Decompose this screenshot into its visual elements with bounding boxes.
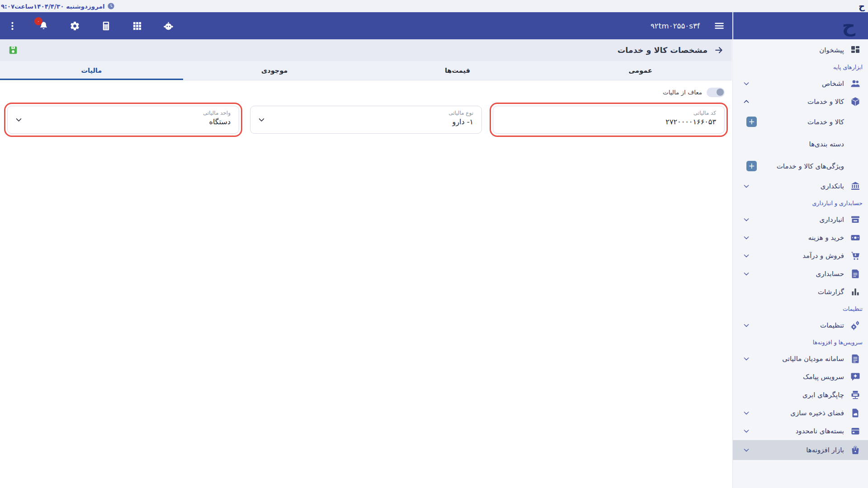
store-icon <box>850 214 861 225</box>
chevron-down-icon <box>743 270 750 277</box>
tab-bar: عمومی قیمت‌ها موجودی مالیات <box>0 61 732 80</box>
sidebar-section-settings: تنظیمات <box>733 301 868 316</box>
toggle-knob <box>717 89 724 96</box>
sidebar-item-cloud-printers[interactable]: چاپگرهای ابری <box>733 386 868 404</box>
sidebar-item-label: کالا و خدمات <box>807 98 844 106</box>
tab-prices[interactable]: قیمت‌ها <box>366 61 549 80</box>
chevron-down-icon[interactable] <box>258 116 265 124</box>
header-right-group: ۹۲tm۰۲۵۵۰s۳f <box>651 20 732 32</box>
sidebar-item-label: بانکداری <box>821 182 844 190</box>
sidebar-item-label: دسته بندی‌ها <box>809 140 844 148</box>
brand-logo: ح <box>842 17 855 35</box>
tax-type-label: نوع مالیاتی <box>259 110 473 116</box>
tax-type-value: ۱- دارو <box>259 117 473 126</box>
sidebar-item-label: چاپگرهای ابری <box>802 391 844 399</box>
bank-icon <box>850 181 861 192</box>
tab-tax[interactable]: مالیات <box>0 61 183 80</box>
brand-logo-small: ح <box>859 2 868 10</box>
tax-unit-value: دستگاه <box>16 117 231 126</box>
kebab-menu-icon[interactable] <box>7 21 18 31</box>
add-attribute-button[interactable]: + <box>746 161 757 171</box>
tab-general[interactable]: عمومی <box>549 61 732 80</box>
ledger-icon <box>850 268 861 279</box>
page-title: مشخصات کالا و خدمات <box>618 46 708 55</box>
sidebar-item-label: بازار افزونه‌ها <box>806 446 844 454</box>
sidebar-item-sms-service[interactable]: سرویس پیامک <box>733 368 868 386</box>
sidebar-item-people[interactable]: اشخاص <box>733 75 868 93</box>
sidebar-item-warehousing[interactable]: انبارداری <box>733 211 868 229</box>
sidebar-subitem-product-attributes[interactable]: ویژگی‌های کالا و خدمات + <box>733 155 868 177</box>
sidebar-nav: پیشخوان ابزارهای پایه اشخاص کالا و خدمات… <box>732 39 868 488</box>
chevron-down-icon <box>743 252 750 259</box>
tax-exempt-label: معاف از مالیات <box>663 89 702 96</box>
chart-icon <box>850 286 861 297</box>
main-panel: مشخصات کالا و خدمات عمومی قیمت‌ها موجودی… <box>0 39 732 488</box>
printer-icon <box>850 389 861 400</box>
back-arrow-icon[interactable] <box>714 45 724 55</box>
gear-icon[interactable] <box>70 21 80 31</box>
sidebar-item-label: پیشخوان <box>819 46 844 54</box>
sidebar-item-goods-services[interactable]: کالا و خدمات <box>733 93 868 111</box>
chevron-down-icon <box>743 446 750 454</box>
purchase-icon <box>850 232 861 243</box>
tax-unit-label: واحد مالیاتی <box>16 110 231 116</box>
sidebar-item-label: فروش و درآمد <box>802 252 844 260</box>
chevron-down-icon <box>743 80 750 87</box>
chevron-down-icon <box>743 409 750 417</box>
calculator-icon[interactable] <box>101 21 111 31</box>
tab-inventory[interactable]: موجودی <box>183 61 366 80</box>
sidebar-item-label: خرید و هزینه <box>808 234 844 242</box>
save-icon[interactable] <box>8 45 18 55</box>
clock-icon <box>107 2 115 10</box>
dashboard-icon <box>850 45 861 56</box>
page-title-bar: مشخصات کالا و خدمات <box>0 39 732 61</box>
chevron-down-icon <box>743 183 750 190</box>
sidebar-item-sales-income[interactable]: فروش و درآمد <box>733 247 868 265</box>
sidebar-item-label: سرویس پیامک <box>803 373 844 381</box>
sidebar-item-label: گزارشات <box>818 288 844 296</box>
gears-icon <box>850 320 861 331</box>
sidebar-item-tax-payer-system[interactable]: سامانه مودیان مالیاتی <box>733 350 868 368</box>
cart-icon <box>850 250 861 261</box>
sidebar-subitem-categories[interactable]: دسته بندی‌ها <box>733 133 868 155</box>
sidebar-item-banking[interactable]: بانکداری <box>733 177 868 195</box>
device-code: ۹۲tm۰۲۵۵۰s۳f <box>651 22 700 30</box>
market-bag-icon <box>850 445 861 455</box>
sidebar-item-reports[interactable]: گزارشات <box>733 283 868 301</box>
sidebar-subitem-goods-services[interactable]: کالا و خدمات + <box>733 111 868 133</box>
chevron-up-icon <box>743 98 750 105</box>
sidebar-item-addons-market[interactable]: بازار افزونه‌ها <box>733 440 868 460</box>
tax-unit-field[interactable]: واحد مالیاتی دستگاه <box>7 106 239 134</box>
add-goods-button[interactable]: + <box>746 117 757 127</box>
sidebar-item-label: اشخاص <box>822 80 844 88</box>
sidebar-item-storage-space[interactable]: فضای ذخیره سازی <box>733 404 868 422</box>
tax-code-value: ۲۷۲۰۰۰۰۱۶۶۰۵۳ <box>501 117 716 126</box>
hamburger-icon[interactable] <box>713 20 725 32</box>
top-strip: امروزدوشنبه ۱۴۰۴/۴/۳۰ساعت۹:۰۷ ح <box>0 0 868 12</box>
sidebar-item-accounting[interactable]: حسابداری <box>733 265 868 283</box>
sidebar-item-purchase-expense[interactable]: خرید و هزینه <box>733 229 868 247</box>
sidebar-item-label: انبارداری <box>819 216 844 224</box>
header-icon-group: ۰ <box>0 21 174 31</box>
bell-icon[interactable]: ۰ <box>38 21 49 31</box>
tax-type-field[interactable]: نوع مالیاتی ۱- دارو <box>250 106 482 134</box>
tax-exempt-toggle[interactable] <box>707 88 725 97</box>
sidebar-section-basic-tools: ابزارهای پایه <box>733 59 868 75</box>
chevron-down-icon[interactable] <box>15 116 23 124</box>
sidebar-item-settings[interactable]: تنظیمات <box>733 316 868 334</box>
sidebar-brand-panel: ح <box>732 12 868 39</box>
tax-code-label: کد مالیاتی <box>501 110 716 116</box>
chevron-down-icon <box>743 322 750 329</box>
chevron-down-icon <box>743 234 750 241</box>
robot-assistant-icon[interactable] <box>163 21 174 31</box>
sidebar-item-dashboard[interactable]: پیشخوان <box>733 41 868 59</box>
sidebar-item-unlimited-packages[interactable]: بسته‌های نامحدود <box>733 422 868 440</box>
chevron-down-icon <box>743 216 750 223</box>
apps-grid-icon[interactable] <box>132 21 142 31</box>
app-header: ۰ ۹۲tm۰۲۵۵۰s۳f ح <box>0 12 868 39</box>
sidebar-item-label: حسابداری <box>816 270 844 278</box>
tax-code-field[interactable]: کد مالیاتی ۲۷۲۰۰۰۰۱۶۶۰۵۳ <box>493 106 725 134</box>
sidebar-item-label: کالا و خدمات <box>807 118 844 126</box>
sidebar-item-label: تنظیمات <box>820 321 844 329</box>
sms-icon <box>850 371 861 382</box>
